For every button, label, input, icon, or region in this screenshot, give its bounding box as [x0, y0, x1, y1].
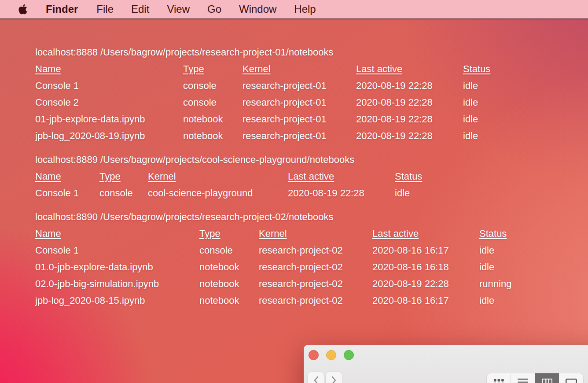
apple-logo-icon — [18, 4, 27, 15]
column-view-button[interactable] — [535, 373, 559, 383]
column-header: Type — [99, 168, 121, 185]
table-cell: research-project-02 — [259, 259, 372, 276]
table-cell: research-project-02 — [259, 242, 372, 259]
menu-item-file[interactable]: File — [96, 3, 114, 15]
table-cell: idle — [479, 292, 581, 309]
table-cell: 2020-08-19 22:28 — [356, 94, 463, 111]
server-block: localhost:8889 /Users/bagrow/projects/co… — [35, 151, 581, 202]
table-cell: notebook — [199, 276, 259, 292]
icon-view-icon — [494, 379, 504, 383]
table-cell: research-project-01 — [243, 111, 356, 128]
column-header: Last active — [356, 61, 402, 77]
column-header: Name — [35, 61, 61, 77]
table-cell: research-project-01 — [243, 77, 356, 94]
table-cell: research-project-02 — [259, 292, 372, 309]
table-cell: notebook — [199, 259, 259, 276]
table-cell: console — [99, 185, 148, 202]
list-view-icon — [518, 379, 528, 383]
table-cell: 2020-08-19 22:28 — [372, 276, 479, 292]
table-cell: Console 1 — [35, 77, 183, 94]
forward-button[interactable] — [325, 372, 342, 383]
table-cell: idle — [463, 77, 581, 94]
table-cell: notebook — [183, 128, 243, 144]
table-cell: idle — [479, 242, 581, 259]
server-title: localhost:8889 /Users/bagrow/projects/co… — [35, 151, 581, 168]
table-cell: 2020-08-19 22:28 — [356, 128, 463, 144]
menu-item-help[interactable]: Help — [294, 3, 316, 15]
gallery-view-icon — [566, 379, 577, 383]
table-cell: cool-science-playground — [148, 185, 288, 202]
apple-menu[interactable] — [18, 4, 27, 15]
menu-item-window[interactable]: Window — [239, 3, 276, 15]
column-header: Status — [479, 225, 507, 242]
table-cell: idle — [463, 128, 581, 144]
column-header: Name — [35, 168, 61, 185]
session-row: 01.0-jpb-explore-data.ipynbnotebookresea… — [35, 259, 581, 276]
table-cell: idle — [479, 259, 581, 276]
table-cell: idle — [463, 94, 581, 111]
table-cell: 2020-08-19 22:28 — [356, 111, 463, 128]
list-view-button[interactable] — [511, 373, 535, 383]
table-header-row: NameTypeKernelLast activeStatus — [35, 61, 581, 77]
table-cell: Console 2 — [35, 94, 183, 111]
finder-window — [304, 345, 588, 383]
table-cell: research-project-01 — [243, 94, 356, 111]
table-cell: jpb-log_2020-08-15.ipynb — [35, 292, 199, 309]
table-cell: console — [183, 94, 243, 111]
chevron-left-icon — [313, 376, 319, 383]
menu-item-edit[interactable]: Edit — [131, 3, 149, 15]
menu-items: FileEditViewGoWindowHelp — [96, 3, 316, 15]
session-row: 02.0-jpb-big-simulation.ipynbnotebookres… — [35, 276, 581, 292]
menu-bar: Finder FileEditViewGoWindowHelp — [0, 0, 588, 19]
column-header: Status — [463, 61, 490, 77]
desktop: { "menu_bar": { "app_name": "Finder", "i… — [0, 0, 588, 383]
menu-item-view[interactable]: View — [167, 3, 190, 15]
session-row: Console 1consolecool-science-playground2… — [35, 185, 581, 202]
server-block: localhost:8890 /Users/bagrow/projects/re… — [35, 209, 581, 309]
table-cell: 2020-08-19 22:28 — [356, 77, 463, 94]
column-header: Last active — [372, 225, 419, 242]
table-header-row: NameTypeKernelLast activeStatus — [35, 225, 581, 242]
session-row: Console 1consoleresearch-project-022020-… — [35, 242, 581, 259]
table-cell: 02.0-jpb-big-simulation.ipynb — [35, 276, 199, 292]
column-header: Status — [395, 168, 422, 185]
table-cell: notebook — [183, 111, 243, 128]
table-header-row: NameTypeKernelLast activeStatus — [35, 168, 581, 185]
gallery-view-button[interactable] — [559, 373, 583, 383]
table-cell: idle — [395, 185, 581, 202]
menu-item-go[interactable]: Go — [207, 3, 221, 15]
menu-app-name[interactable]: Finder — [46, 3, 78, 15]
back-button[interactable] — [307, 372, 324, 383]
column-header: Type — [199, 225, 220, 242]
table-cell: notebook — [199, 292, 259, 309]
table-cell: research-project-01 — [243, 128, 356, 144]
traffic-lights — [309, 350, 354, 360]
server-title: localhost:8890 /Users/bagrow/projects/re… — [35, 209, 581, 225]
zoom-button[interactable] — [344, 350, 354, 360]
minimize-button[interactable] — [326, 350, 336, 360]
server-block: localhost:8888 /Users/bagrow/projects/re… — [35, 44, 581, 144]
close-button[interactable] — [309, 350, 319, 360]
table-cell: idle — [463, 111, 581, 128]
session-row: 01-jpb-explore-data.ipynbnotebookresearc… — [35, 111, 581, 128]
table-cell: jpb-log_2020-08-19.ipynb — [35, 128, 183, 144]
table-cell: research-project-02 — [259, 276, 372, 292]
jupyter-sessions-overlay: localhost:8888 /Users/bagrow/projects/re… — [35, 44, 581, 316]
view-mode-segmented-control — [486, 373, 584, 383]
table-cell: Console 1 — [35, 242, 199, 259]
table-cell: 2020-08-19 22:28 — [288, 185, 395, 202]
session-row: jpb-log_2020-08-15.ipynbnotebookresearch… — [35, 292, 581, 309]
table-cell: 2020-08-16 16:17 — [372, 292, 479, 309]
column-header: Name — [35, 225, 61, 242]
table-cell: Console 1 — [35, 185, 99, 202]
table-cell: 01.0-jpb-explore-data.ipynb — [35, 259, 199, 276]
table-cell: running — [479, 276, 581, 292]
session-row: Console 2consoleresearch-project-012020-… — [35, 94, 581, 111]
server-title: localhost:8888 /Users/bagrow/projects/re… — [35, 44, 581, 61]
icon-view-button[interactable] — [487, 373, 511, 383]
table-cell: console — [183, 77, 243, 94]
column-view-icon — [542, 379, 552, 383]
table-cell: 01-jpb-explore-data.ipynb — [35, 111, 183, 128]
column-header: Kernel — [259, 225, 287, 242]
chevron-right-icon — [331, 376, 337, 383]
